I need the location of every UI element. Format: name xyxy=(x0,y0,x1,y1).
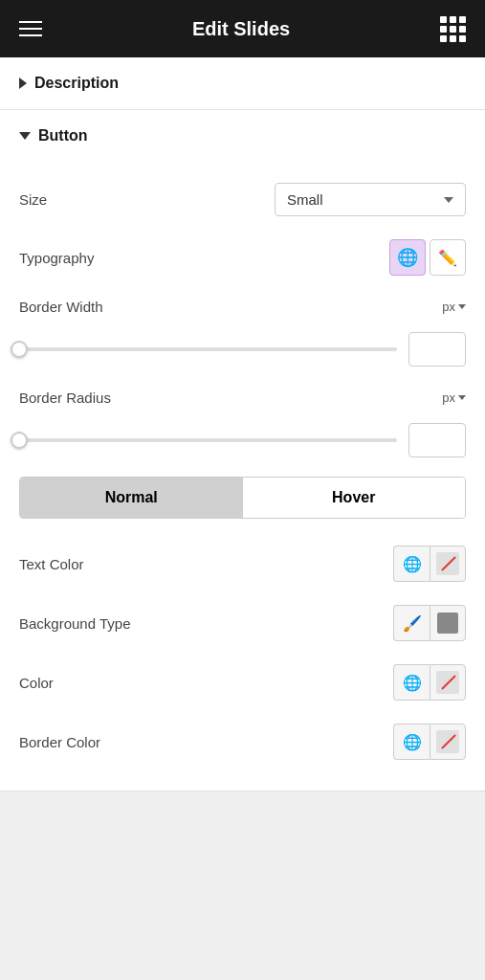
color-crossed-swatch xyxy=(436,671,459,694)
border-radius-unit: px xyxy=(442,390,455,405)
border-color-row: Border Color 🌐 xyxy=(19,712,466,771)
border-width-unit: px xyxy=(442,300,455,314)
size-label: Size xyxy=(19,191,47,208)
typography-label: Typography xyxy=(19,250,94,266)
border-radius-slider-row xyxy=(19,417,466,469)
border-radius-label: Border Radius xyxy=(19,390,111,406)
border-color-global-button[interactable]: 🌐 xyxy=(393,724,430,760)
border-radius-row: Border Radius px xyxy=(19,378,466,417)
hover-toggle-button[interactable]: Hover xyxy=(243,478,466,518)
pencil-icon: ✏️ xyxy=(438,249,457,267)
color-clear-button[interactable] xyxy=(430,664,466,701)
border-radius-unit-arrow-icon xyxy=(458,395,466,400)
globe-icon: 🌐 xyxy=(397,247,418,268)
border-color-crossed-swatch xyxy=(436,730,459,753)
color-label: Color xyxy=(19,675,54,691)
header: Edit Slides xyxy=(0,0,485,57)
size-value: Small xyxy=(287,191,323,208)
text-color-crossed-swatch xyxy=(436,552,459,575)
border-width-unit-arrow-icon xyxy=(458,304,466,309)
globe-icon: 🌐 xyxy=(403,674,422,692)
border-width-row: Border Width px xyxy=(19,287,466,326)
globe-icon: 🌐 xyxy=(403,555,422,573)
description-arrow-icon xyxy=(19,78,27,89)
background-type-row: Background Type 🖌️ xyxy=(19,593,466,653)
typography-controls: 🌐 ✏️ xyxy=(389,239,466,276)
text-color-global-button[interactable]: 🌐 xyxy=(393,546,430,582)
hamburger-menu-icon[interactable] xyxy=(19,21,42,36)
border-color-clear-button[interactable] xyxy=(430,724,466,760)
border-color-controls: 🌐 xyxy=(393,724,466,760)
border-width-slider-row xyxy=(19,326,466,378)
border-color-label: Border Color xyxy=(19,734,100,750)
text-color-label: Text Color xyxy=(19,556,84,572)
background-type-swatch xyxy=(437,612,458,634)
border-width-unit-selector[interactable]: px xyxy=(442,300,466,314)
globe-icon: 🌐 xyxy=(403,733,422,751)
border-radius-input[interactable] xyxy=(408,423,466,457)
description-section: Description xyxy=(0,57,485,110)
size-dropdown[interactable]: Small xyxy=(275,183,466,216)
button-section-header[interactable]: Button xyxy=(0,110,485,162)
brush-icon: 🖌️ xyxy=(403,614,422,633)
text-color-controls: 🌐 xyxy=(393,546,466,582)
size-dropdown-arrow-icon xyxy=(444,197,453,203)
normal-toggle-button[interactable]: Normal xyxy=(20,478,243,518)
typography-edit-button[interactable]: ✏️ xyxy=(430,239,466,276)
typography-row: Typography 🌐 ✏️ xyxy=(19,228,466,287)
text-color-row: Text Color 🌐 xyxy=(19,534,466,593)
color-global-button[interactable]: 🌐 xyxy=(393,664,430,701)
state-toggle-group: Normal Hover xyxy=(19,477,466,519)
button-arrow-icon xyxy=(19,132,31,140)
button-form: Size Small Typography 🌐 ✏️ xyxy=(0,162,485,791)
header-title: Edit Slides xyxy=(192,18,290,40)
description-section-header[interactable]: Description xyxy=(0,57,485,109)
button-section-label: Button xyxy=(38,127,88,145)
border-radius-unit-selector[interactable]: px xyxy=(442,390,466,405)
border-width-label: Border Width xyxy=(19,299,103,315)
background-type-label: Background Type xyxy=(19,615,130,632)
size-row: Size Small xyxy=(19,171,466,228)
border-width-slider-track[interactable] xyxy=(19,347,397,351)
background-type-brush-button[interactable]: 🖌️ xyxy=(393,605,430,641)
border-width-input[interactable] xyxy=(408,332,466,367)
color-row: Color 🌐 xyxy=(19,653,466,712)
typography-global-button[interactable]: 🌐 xyxy=(389,239,426,276)
button-section: Button Size Small Typography 🌐 xyxy=(0,110,485,791)
main-content: Description Button Size Small Typography xyxy=(0,57,485,791)
grid-menu-icon[interactable] xyxy=(440,16,466,42)
background-type-controls: 🖌️ xyxy=(393,605,466,641)
border-radius-slider-track[interactable] xyxy=(19,438,397,442)
background-type-swatch-button[interactable] xyxy=(430,605,466,641)
color-controls: 🌐 xyxy=(393,664,466,701)
border-width-slider-thumb[interactable] xyxy=(11,341,28,358)
description-section-label: Description xyxy=(34,75,119,92)
border-radius-slider-thumb[interactable] xyxy=(11,432,28,449)
text-color-clear-button[interactable] xyxy=(430,546,466,582)
